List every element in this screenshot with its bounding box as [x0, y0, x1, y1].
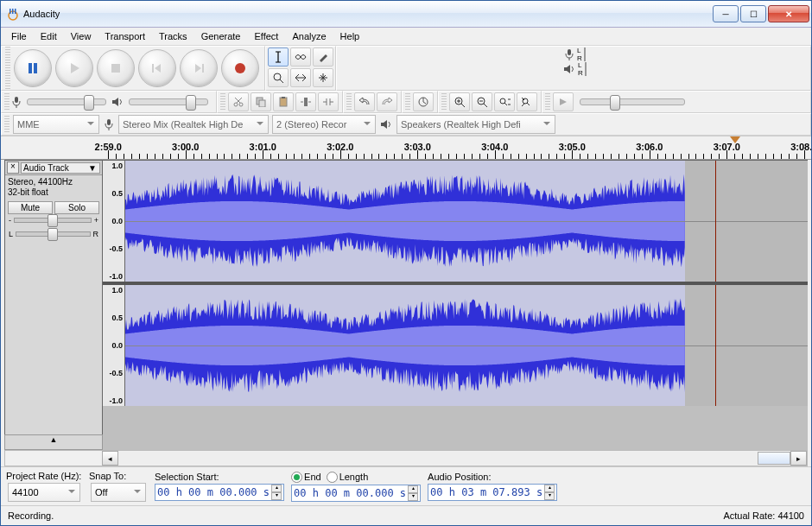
grip[interactable] — [545, 93, 550, 111]
redo-button[interactable] — [377, 92, 397, 111]
record-button[interactable] — [221, 49, 259, 87]
pan-slider[interactable] — [16, 231, 90, 237]
timeline-ruler[interactable]: 2:59.03:00.03:01.03:02.03:03.03:04.03:05… — [1, 136, 811, 160]
menu-edit[interactable]: Edit — [34, 29, 64, 43]
menu-file[interactable]: File — [4, 29, 34, 43]
track-depth: 32-bit float — [8, 187, 99, 198]
menu-help[interactable]: Help — [333, 29, 367, 43]
close-button[interactable]: ✕ — [768, 5, 809, 22]
fit-project-button[interactable] — [517, 92, 537, 111]
rec-meter-scale: -57-54-51-48-45-42-39-36-33-30-27-24-21-… — [585, 48, 586, 60]
grip[interactable] — [4, 116, 10, 133]
mute-button[interactable]: Mute — [8, 201, 53, 214]
record-cursor — [715, 161, 716, 282]
titlebar[interactable]: Audacity ─ ☐ ✕ — [1, 1, 811, 28]
cut-button[interactable] — [228, 92, 249, 111]
playback-meter[interactable]: LR -57-54-51-48-45-42-39-36-33-30-27-24-… — [561, 63, 587, 75]
waveform-area[interactable]: 1.00.50.0-0.5-1.0 1.00.50.0-0.5-1.0 — [103, 161, 808, 450]
grip[interactable] — [4, 93, 10, 111]
yaxis-right-ch: 1.00.50.0-0.5-1.0 — [103, 285, 125, 406]
minimize-button[interactable]: ─ — [713, 5, 739, 22]
meter-l: L — [577, 47, 582, 54]
app-icon — [6, 7, 23, 21]
svg-line-11 — [280, 79, 283, 83]
audio-host-select[interactable]: MME — [13, 115, 99, 134]
status-bar: Recording. Actual Rate: 44100 — [1, 505, 811, 525]
waveform-right-channel[interactable] — [125, 285, 808, 406]
trim-button[interactable] — [295, 92, 316, 111]
svg-rect-19 — [282, 97, 285, 98]
skip-start-button[interactable] — [138, 49, 176, 87]
svg-rect-18 — [280, 98, 287, 106]
menu-transport[interactable]: Transport — [98, 29, 152, 43]
microphone-icon — [564, 48, 574, 60]
playback-volume-slider[interactable] — [129, 98, 208, 105]
play-button[interactable] — [55, 49, 93, 87]
track-collapse-button[interactable]: ▲ — [4, 434, 103, 450]
length-radio[interactable] — [327, 472, 338, 483]
svg-rect-2 — [12, 9, 14, 14]
grip[interactable] — [5, 47, 10, 90]
svg-rect-8 — [202, 64, 204, 73]
grip[interactable] — [405, 93, 410, 111]
selection-end-field[interactable]: 00 h 00 m 00.000 s▴▾ — [291, 485, 421, 502]
grip[interactable] — [346, 93, 352, 111]
end-radio[interactable] — [291, 472, 302, 483]
snap-to-select[interactable]: Off — [91, 483, 146, 502]
zoom-in-button[interactable] — [449, 92, 470, 111]
track-menu-dropdown[interactable]: Audio Track ▼ — [21, 162, 100, 174]
waveform-left-channel[interactable] — [125, 161, 808, 282]
scroll-right-button[interactable]: ▸ — [790, 451, 807, 466]
play-at-speed-button[interactable] — [553, 92, 574, 111]
skip-end-button[interactable] — [180, 49, 218, 87]
menu-effect[interactable]: Effect — [248, 29, 286, 43]
track-close-button[interactable]: × — [7, 162, 19, 174]
edit-toolbar — [217, 91, 343, 113]
scrollbar-thumb[interactable] — [758, 452, 790, 465]
playback-speed-slider[interactable] — [580, 98, 685, 105]
zoom-out-button[interactable] — [472, 92, 492, 111]
grip[interactable] — [220, 93, 225, 111]
silence-button[interactable] — [318, 92, 339, 111]
project-rate-select[interactable]: 44100 — [8, 483, 80, 502]
svg-rect-30 — [107, 119, 111, 125]
multi-tool[interactable] — [313, 68, 333, 87]
svg-line-27 — [504, 103, 507, 105]
recording-meter[interactable]: LR -57-54-51-48-45-42-39-36-33-30-27-24-… — [561, 48, 586, 60]
selection-toolbar: Project Rate (Hz): 44100 Snap To: Off Se… — [1, 466, 811, 505]
play-meter-scale: -57-54-51-48-45-42-39-36-33-30-27-24-21-… — [586, 63, 587, 75]
solo-button[interactable]: Solo — [54, 201, 99, 214]
svg-rect-5 — [34, 63, 37, 73]
gain-slider[interactable] — [14, 218, 92, 223]
svg-rect-1 — [10, 9, 11, 14]
pause-button[interactable] — [14, 49, 52, 87]
undo-button[interactable] — [354, 92, 375, 111]
menu-tracks[interactable]: Tracks — [152, 29, 194, 43]
maximize-button[interactable]: ☐ — [740, 5, 766, 22]
copy-button[interactable] — [251, 92, 271, 111]
horizontal-scrollbar[interactable]: ◂ ▸ — [4, 450, 808, 466]
timeshift-tool[interactable] — [290, 68, 311, 87]
svg-rect-13 — [15, 97, 18, 103]
grip[interactable] — [441, 93, 447, 111]
recording-device-select[interactable]: Stereo Mix (Realtek High De — [118, 115, 269, 134]
audio-position-field[interactable]: 00 h 03 m 07.893 s▴▾ — [428, 484, 557, 501]
menu-generate[interactable]: Generate — [194, 29, 248, 43]
meter-r: R — [578, 69, 583, 77]
device-toolbar: MME Stereo Mix (Realtek High De 2 (Stere… — [1, 113, 811, 136]
fit-selection-button[interactable] — [494, 92, 515, 111]
sync-lock-button[interactable] — [413, 92, 434, 111]
draw-tool[interactable] — [313, 48, 333, 67]
playback-device-select[interactable]: Speakers (Realtek High Defi — [396, 115, 555, 134]
selection-start-field[interactable]: 00 h 00 m 00.000 s▴▾ — [155, 484, 284, 501]
menu-view[interactable]: View — [64, 29, 98, 43]
scroll-left-button[interactable]: ◂ — [102, 451, 118, 466]
selection-tool[interactable] — [268, 48, 289, 67]
recording-channels-select[interactable]: 2 (Stereo) Recor — [272, 115, 376, 134]
envelope-tool[interactable] — [290, 48, 311, 67]
menu-analyze[interactable]: Analyze — [285, 29, 333, 43]
stop-button[interactable] — [97, 49, 135, 87]
recording-volume-slider[interactable] — [27, 98, 106, 105]
zoom-tool[interactable] — [268, 68, 289, 87]
paste-button[interactable] — [273, 92, 294, 111]
